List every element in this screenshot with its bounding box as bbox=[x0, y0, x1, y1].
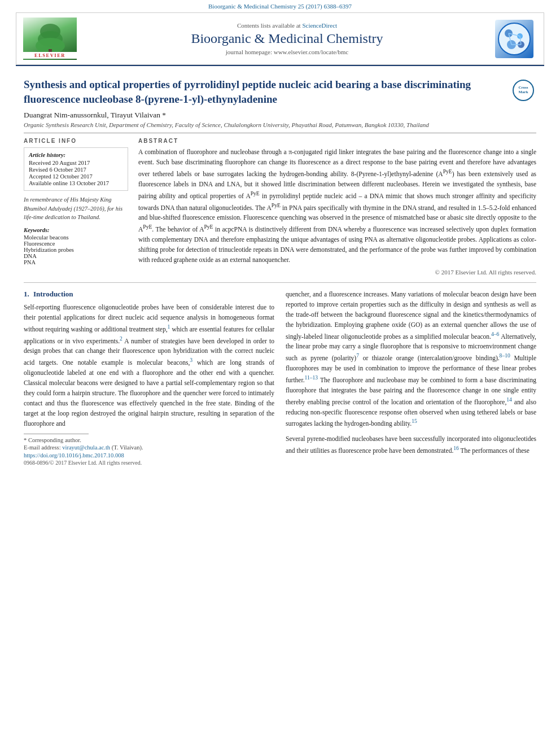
revised-date: Revised 6 October 2017 bbox=[29, 167, 123, 173]
body-two-col: 1. Introduction Self-reporting fluoresce… bbox=[24, 290, 536, 466]
intro-paragraph-2: quencher, and a fluorescence increases. … bbox=[286, 290, 536, 429]
svg-point-4 bbox=[498, 23, 530, 55]
authors-line: Duangrat Nim-anussornkul, Tirayut Vilaiv… bbox=[24, 111, 536, 120]
footnote-email: E-mail address: virayut@chula.ac.th (T. … bbox=[24, 444, 274, 451]
copyright-line: © 2017 Elsevier Ltd. All rights reserved… bbox=[138, 269, 536, 276]
history-label: Article history: bbox=[29, 152, 123, 158]
keyword-1: Molecular beacons bbox=[24, 234, 128, 241]
abstract-text: A combination of fluorophore and nucleob… bbox=[138, 147, 536, 265]
accepted-date: Accepted 12 October 2017 bbox=[29, 173, 123, 180]
keywords-section: Keywords: Molecular beacons Fluorescence… bbox=[24, 227, 128, 265]
article-main: Synthesis and optical properties of pyrr… bbox=[0, 66, 560, 474]
article-history-box: Article history: Received 20 August 2017… bbox=[24, 147, 128, 191]
section-divider-top bbox=[24, 133, 536, 133]
journal-banner: ELSEVIER Contents lists available at Sci… bbox=[16, 12, 544, 65]
sciencedirect-link[interactable]: ScienceDirect bbox=[302, 22, 337, 29]
body-right-col: quencher, and a fluorescence increases. … bbox=[286, 290, 536, 466]
intro-paragraph-3: Several pyrene-modified nucleobases have… bbox=[286, 434, 536, 456]
two-col-layout: ARTICLE INFO Article history: Received 2… bbox=[24, 138, 536, 276]
received-date: Received 20 August 2017 bbox=[29, 160, 123, 166]
article-info-col: ARTICLE INFO Article history: Received 2… bbox=[24, 138, 128, 276]
banner-title: Bioorganic & Medicinal Chemistry bbox=[82, 31, 492, 46]
section-1-title: 1. Introduction bbox=[24, 290, 274, 299]
article-title: Synthesis and optical properties of pyrr… bbox=[24, 77, 507, 106]
affiliation-line: Organic Synthesis Research Unit, Departm… bbox=[24, 121, 536, 128]
keyword-4: DNA bbox=[24, 253, 128, 259]
article-title-section: Synthesis and optical properties of pyrr… bbox=[24, 77, 536, 106]
keyword-2: Fluorescence bbox=[24, 241, 128, 247]
crossmark-badge: CrossMark bbox=[513, 80, 536, 101]
issn-line: 0968-0896/© 2017 Elsevier Ltd. All right… bbox=[24, 460, 274, 466]
banner-logo-right bbox=[492, 20, 537, 58]
elsevier-logo: ELSEVIER bbox=[23, 18, 82, 60]
keywords-label: Keywords: bbox=[24, 227, 128, 233]
body-left-col: 1. Introduction Self-reporting fluoresce… bbox=[24, 290, 274, 466]
remembrance-box: In remembrance of His Majesty King Bhumi… bbox=[24, 195, 128, 221]
keyword-5: PNA bbox=[24, 259, 128, 265]
article-title-container: Synthesis and optical properties of pyrr… bbox=[24, 77, 507, 106]
intro-paragraph-1: Self-reporting fluorescence oligonucleot… bbox=[24, 303, 274, 429]
footnote-corresponding: * Corresponding author. bbox=[24, 437, 274, 443]
email-link[interactable]: virayut@chula.ac.th bbox=[62, 444, 110, 451]
article-info-label: ARTICLE INFO bbox=[24, 138, 128, 144]
abstract-col: ABSTRACT A combination of fluorophore an… bbox=[138, 138, 536, 276]
elsevier-label: ELSEVIER bbox=[23, 52, 77, 59]
section-divider-mid bbox=[24, 282, 536, 283]
doi-line: https://doi.org/10.1016/j.bmc.2017.10.00… bbox=[24, 452, 274, 458]
available-date: Available online 13 October 2017 bbox=[29, 180, 123, 186]
abstract-label: ABSTRACT bbox=[138, 138, 536, 144]
keyword-3: Hybridization probes bbox=[24, 247, 128, 253]
journal-ref: Bioorganic & Medicinal Chemistry 25 (201… bbox=[208, 3, 352, 10]
footnote-divider bbox=[24, 434, 89, 434]
banner-homepage: journal homepage: www.elsevier.com/locat… bbox=[82, 49, 492, 55]
banner-center: Contents lists available at ScienceDirec… bbox=[82, 22, 492, 55]
journal-top-bar: Bioorganic & Medicinal Chemistry 25 (201… bbox=[0, 0, 560, 11]
doi-link[interactable]: https://doi.org/10.1016/j.bmc.2017.10.00… bbox=[24, 452, 124, 458]
contents-line: Contents lists available at ScienceDirec… bbox=[82, 22, 492, 29]
